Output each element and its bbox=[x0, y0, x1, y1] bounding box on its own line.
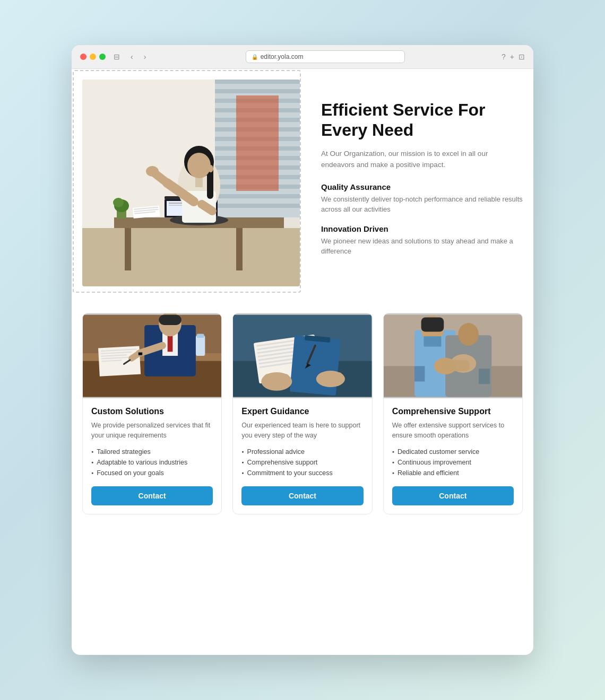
svg-rect-15 bbox=[215, 204, 300, 208]
back-button[interactable]: ‹ bbox=[128, 51, 136, 62]
extensions-icon[interactable]: ⊡ bbox=[518, 52, 525, 61]
sidebar-toggle-icon[interactable]: ⊟ bbox=[111, 51, 123, 62]
svg-point-40 bbox=[146, 166, 159, 177]
list-item: Continuous improvement bbox=[392, 459, 514, 466]
close-button-red[interactable] bbox=[80, 54, 87, 60]
svg-rect-18 bbox=[82, 228, 300, 286]
list-item: Professional advice bbox=[241, 448, 363, 456]
svg-rect-21 bbox=[236, 228, 243, 270]
card-comprehensive-support-desc: We offer extensive support services to e… bbox=[392, 421, 514, 441]
cards-section: Custom Solutions We provide personalized… bbox=[82, 313, 523, 514]
card-custom-solutions: Custom Solutions We provide personalized… bbox=[82, 313, 222, 514]
svg-rect-92 bbox=[424, 336, 441, 346]
svg-point-36 bbox=[187, 153, 211, 178]
page-content: Efficient Service For Every Need At Our … bbox=[72, 69, 533, 525]
list-item: Adaptable to various industries bbox=[91, 459, 213, 466]
browser-window: ⊟ ‹ › 🔒 editor.yola.com ? + ⊡ bbox=[72, 45, 533, 655]
browser-right-icons: ? + ⊡ bbox=[502, 52, 525, 61]
browser-chrome: ⊟ ‹ › 🔒 editor.yola.com ? + ⊡ bbox=[72, 45, 533, 69]
svg-rect-80 bbox=[264, 374, 289, 387]
url-text: editor.yola.com bbox=[261, 53, 304, 60]
feature-innovation-title: Innovation Driven bbox=[321, 224, 523, 233]
hero-text: Efficient Service For Every Need At Our … bbox=[316, 100, 523, 266]
svg-line-41 bbox=[202, 204, 212, 211]
hero-title: Efficient Service For Every Need bbox=[321, 100, 523, 141]
card-custom-solutions-image bbox=[83, 313, 221, 398]
address-bar[interactable]: 🔒 editor.yola.com bbox=[246, 50, 405, 63]
contact-button-expert[interactable]: Contact bbox=[241, 486, 363, 505]
minimize-button-yellow[interactable] bbox=[90, 54, 96, 60]
svg-point-37 bbox=[208, 165, 213, 172]
card-comprehensive-support-image bbox=[384, 313, 522, 398]
feature-innovation: Innovation Driven We pioneer new ideas a… bbox=[321, 224, 523, 257]
svg-rect-82 bbox=[319, 372, 343, 383]
svg-rect-3 bbox=[215, 89, 300, 93]
contact-button-custom[interactable]: Contact bbox=[91, 486, 213, 505]
hero-image-container bbox=[82, 80, 300, 286]
svg-rect-14 bbox=[215, 194, 300, 198]
card-custom-solutions-title: Custom Solutions bbox=[91, 407, 213, 416]
svg-rect-2 bbox=[215, 80, 300, 84]
svg-rect-65 bbox=[196, 335, 205, 356]
card-expert-guidance: Expert Guidance Our experienced team is … bbox=[232, 313, 372, 514]
feature-innovation-desc: We pioneer new ideas and solutions to st… bbox=[321, 236, 523, 257]
hero-subtitle: At Our Organization, our mission is to e… bbox=[321, 148, 523, 171]
forward-button[interactable]: › bbox=[141, 51, 149, 62]
svg-point-24 bbox=[113, 198, 124, 207]
lock-icon: 🔒 bbox=[252, 54, 258, 60]
maximize-button-green[interactable] bbox=[99, 54, 106, 60]
hero-image bbox=[82, 80, 300, 286]
list-item: Reliable and efficient bbox=[392, 469, 514, 477]
svg-rect-66 bbox=[197, 334, 204, 338]
feature-quality-title: Quality Assurance bbox=[321, 182, 523, 191]
traffic-lights bbox=[80, 54, 106, 60]
list-item: Comprehensive support bbox=[241, 459, 363, 466]
card-custom-solutions-body: Custom Solutions We provide personalized… bbox=[83, 398, 221, 514]
feature-quality-desc: We consistently deliver top-notch perfor… bbox=[321, 194, 523, 215]
contact-button-comprehensive[interactable]: Contact bbox=[392, 486, 514, 505]
card-custom-solutions-list: Tailored strategies Adaptable to various… bbox=[91, 448, 213, 477]
help-icon[interactable]: ? bbox=[502, 52, 506, 61]
card-expert-guidance-list: Professional advice Comprehensive suppor… bbox=[241, 448, 363, 477]
card-comprehensive-support-list: Dedicated customer service Continuous im… bbox=[392, 448, 514, 477]
feature-quality: Quality Assurance We consistently delive… bbox=[321, 182, 523, 215]
card-comprehensive-support-body: Comprehensive Support We offer extensive… bbox=[384, 398, 522, 514]
card-expert-guidance-desc: Our experienced team is here to support … bbox=[241, 421, 363, 441]
card-comprehensive-support-title: Comprehensive Support bbox=[392, 407, 514, 416]
svg-rect-64 bbox=[139, 352, 143, 355]
svg-rect-59 bbox=[159, 315, 182, 325]
card-expert-guidance-body: Expert Guidance Our experienced team is … bbox=[233, 398, 371, 514]
svg-rect-90 bbox=[421, 317, 444, 331]
hero-section: Efficient Service For Every Need At Our … bbox=[82, 80, 523, 286]
card-expert-guidance-image bbox=[233, 313, 371, 398]
card-expert-guidance-title: Expert Guidance bbox=[241, 407, 363, 416]
card-custom-solutions-desc: We provide personalized services that fi… bbox=[91, 421, 213, 441]
list-item: Tailored strategies bbox=[91, 448, 213, 456]
svg-point-91 bbox=[458, 323, 479, 346]
svg-rect-95 bbox=[441, 360, 469, 371]
card-comprehensive-support: Comprehensive Support We offer extensive… bbox=[383, 313, 523, 514]
svg-rect-96 bbox=[414, 366, 425, 381]
list-item: Commitment to your success bbox=[241, 469, 363, 477]
list-item: Focused on your goals bbox=[91, 469, 213, 477]
svg-rect-20 bbox=[125, 228, 131, 270]
new-tab-icon[interactable]: + bbox=[510, 52, 514, 61]
svg-rect-16 bbox=[236, 95, 279, 191]
svg-rect-97 bbox=[479, 369, 490, 384]
list-item: Dedicated customer service bbox=[392, 448, 514, 456]
